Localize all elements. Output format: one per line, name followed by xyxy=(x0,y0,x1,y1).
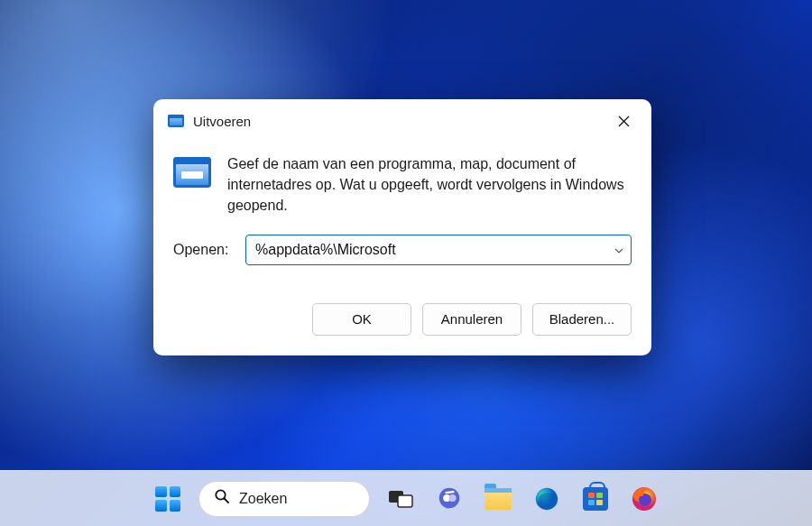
edge-icon xyxy=(533,485,560,512)
run-title-icon xyxy=(168,115,184,127)
titlebar: Uitvoeren xyxy=(153,99,651,139)
browse-button[interactable]: Bladeren... xyxy=(532,303,632,336)
desktop-wallpaper: Uitvoeren Geef de naam van een programma… xyxy=(0,0,812,526)
firefox-button[interactable] xyxy=(626,481,662,517)
search-label: Zoeken xyxy=(239,491,287,507)
search-icon xyxy=(214,488,230,509)
ok-button[interactable]: OK xyxy=(312,303,411,336)
svg-rect-5 xyxy=(398,495,412,507)
start-button[interactable] xyxy=(150,481,186,517)
microsoft-store-icon xyxy=(583,487,608,511)
cancel-button[interactable]: Annuleren xyxy=(422,303,521,336)
open-row: Openen: xyxy=(173,235,632,265)
taskbar: Zoeken xyxy=(0,470,812,526)
run-dialog: Uitvoeren Geef de naam van een programma… xyxy=(153,99,651,355)
chat-icon xyxy=(436,485,463,512)
task-view-icon xyxy=(388,488,413,510)
file-explorer-icon xyxy=(484,488,512,510)
firefox-icon xyxy=(630,484,659,513)
svg-line-3 xyxy=(225,499,229,503)
open-input[interactable] xyxy=(246,235,631,264)
chat-button[interactable] xyxy=(431,481,467,517)
taskbar-search[interactable]: Zoeken xyxy=(198,481,370,517)
description-row: Geef de naam van een programma, map, doc… xyxy=(173,153,632,217)
open-combobox[interactable] xyxy=(245,235,632,265)
open-label: Openen: xyxy=(173,242,236,258)
dialog-description: Geef de naam van een programma, map, doc… xyxy=(227,153,632,217)
run-icon xyxy=(173,157,211,188)
close-button[interactable] xyxy=(608,108,639,134)
window-title: Uitvoeren xyxy=(193,114,599,129)
windows-start-icon xyxy=(155,486,180,512)
edge-button[interactable] xyxy=(529,481,565,517)
task-view-button[interactable] xyxy=(383,481,419,517)
button-row: OK Annuleren Bladeren... xyxy=(153,294,651,355)
close-icon xyxy=(618,115,630,127)
file-explorer-button[interactable] xyxy=(480,481,516,517)
dialog-body: Geef de naam van een programma, map, doc… xyxy=(153,139,651,294)
svg-point-15 xyxy=(448,494,456,502)
microsoft-store-button[interactable] xyxy=(577,481,614,517)
